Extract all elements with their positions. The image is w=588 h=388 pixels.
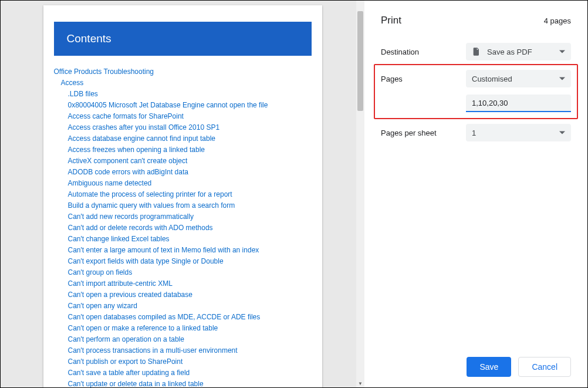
toc-link[interactable]: Access: [61, 79, 84, 87]
pages-input[interactable]: [466, 95, 571, 112]
toc-link[interactable]: Can't enter a large amount of text in Me…: [68, 246, 259, 254]
toc-link[interactable]: Can't import attribute-centric XML: [68, 279, 173, 288]
pages-per-sheet-value: 1: [472, 129, 476, 137]
toc-link[interactable]: Can't open any wizard: [68, 302, 137, 310]
toc-link[interactable]: Office Products Troubleshooting: [54, 68, 154, 76]
toc-link[interactable]: Can't update or delete data in a linked …: [68, 380, 204, 387]
pdf-icon: [472, 47, 481, 56]
toc-link[interactable]: .LDB files: [68, 90, 98, 98]
toc-link[interactable]: Can't export fields with data type Singl…: [68, 257, 224, 265]
destination-label: Destination: [381, 48, 466, 56]
destination-value: Save as PDF: [487, 48, 532, 56]
table-of-contents: Office Products Troubleshooting Access .…: [43, 66, 322, 387]
toc-link[interactable]: Ambiguous name detected: [68, 179, 152, 187]
toc-link[interactable]: Can't open databases compiled as MDE, AC…: [68, 313, 261, 321]
toc-link[interactable]: 0x80004005 Microsoft Jet Database Engine…: [68, 101, 268, 109]
pages-per-sheet-select[interactable]: 1: [466, 124, 571, 141]
print-preview-pane: Contents Office Products Troubleshooting…: [1, 1, 364, 387]
toc-link[interactable]: ADODB code errors with adBigInt data: [68, 168, 188, 176]
toc-link[interactable]: Can't add new records programmatically: [68, 212, 194, 221]
scroll-thumb[interactable]: [357, 11, 363, 111]
toc-link[interactable]: Can't group on fields: [68, 268, 133, 276]
toc-link[interactable]: ActiveX component can't create object: [68, 157, 188, 165]
toc-link[interactable]: Can't add or delete records with ADO met…: [68, 224, 213, 232]
doc-contents-header: Contents: [54, 22, 312, 56]
toc-link[interactable]: Access freezes when opening a linked tab…: [68, 146, 205, 154]
toc-link[interactable]: Can't save a table after updating a fiel…: [68, 369, 190, 377]
toc-link[interactable]: Can't perform an operation on a table: [68, 335, 184, 343]
page-count: 4 pages: [544, 16, 571, 25]
save-button[interactable]: Save: [467, 357, 511, 377]
chevron-down-icon: [559, 131, 565, 134]
toc-link[interactable]: Can't publish or export to SharePoint: [68, 357, 183, 366]
pages-label: Pages: [381, 75, 466, 83]
cancel-button[interactable]: Cancel: [518, 357, 571, 377]
chevron-down-icon: [559, 50, 565, 53]
pages-mode-value: Customised: [472, 75, 512, 83]
toc-link[interactable]: Can't change linked Excel tables: [68, 235, 170, 243]
dialog-title: Print: [381, 15, 401, 26]
destination-select[interactable]: Save as PDF: [466, 43, 571, 60]
toc-link[interactable]: Access database engine cannot find input…: [68, 134, 216, 143]
chevron-down-icon: [559, 77, 565, 80]
preview-scrollbar[interactable]: ▲ ▼: [356, 1, 364, 387]
pages-mode-select[interactable]: Customised: [466, 70, 571, 87]
toc-link[interactable]: Build a dynamic query with values from a…: [68, 201, 235, 210]
toc-link[interactable]: Can't open or make a reference to a link…: [68, 324, 218, 332]
print-settings-panel: Print 4 pages Destination Save as PDF Pa…: [364, 1, 587, 387]
toc-link[interactable]: Access crashes after you install Office …: [68, 123, 220, 131]
pages-highlight-box: Pages Customised: [374, 64, 578, 119]
document-page: Contents Office Products Troubleshooting…: [43, 5, 322, 387]
toc-link[interactable]: Access cache formats for SharePoint: [68, 112, 184, 120]
toc-link[interactable]: Can't open a previous created database: [68, 291, 192, 299]
toc-link[interactable]: Automate the process of selecting printe…: [68, 190, 232, 198]
pages-per-sheet-label: Pages per sheet: [381, 129, 466, 137]
scroll-down-arrow[interactable]: ▼: [356, 379, 364, 387]
toc-link[interactable]: Can't process transactions in a multi-us…: [68, 346, 238, 355]
